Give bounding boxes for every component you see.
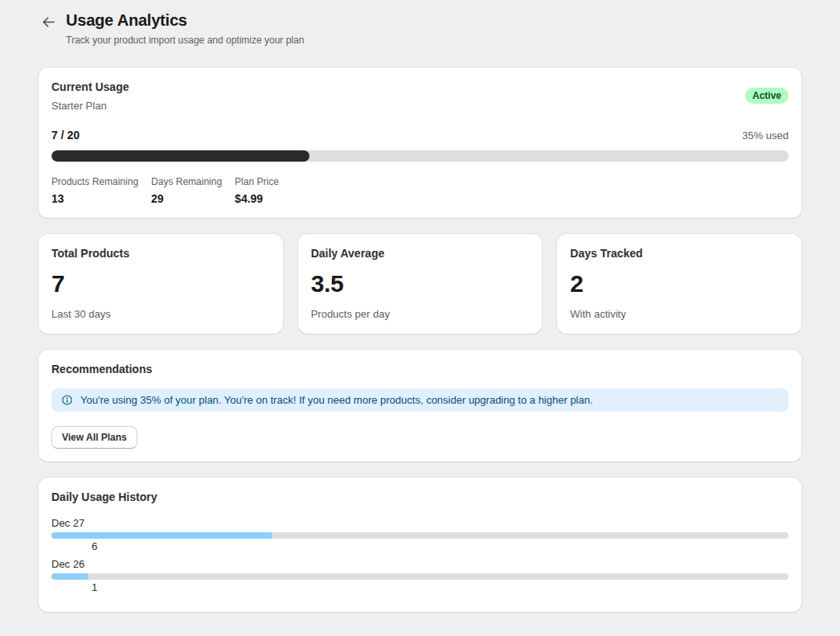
arrow-left-icon xyxy=(41,14,56,30)
percent-used-label: 35% used xyxy=(742,129,789,142)
stat-card-value: 7 xyxy=(51,270,270,297)
history-count: 1 xyxy=(51,581,789,593)
view-all-plans-button[interactable]: View All Plans xyxy=(51,426,137,449)
stat-card-value: 2 xyxy=(570,270,789,297)
history-count: 6 xyxy=(51,540,789,552)
recommendations-title: Recommendations xyxy=(51,363,789,375)
stat-label: Days Remaining xyxy=(151,176,222,187)
stat-card-daily-average: Daily Average 3.5 Products per day xyxy=(298,234,543,334)
stat-label: Plan Price xyxy=(235,176,279,187)
stat-card-caption: Products per day xyxy=(311,308,530,320)
page-title: Usage Analytics xyxy=(66,11,304,30)
status-badge: Active xyxy=(745,88,789,104)
stat-card-total-products: Total Products 7 Last 30 days xyxy=(39,234,283,334)
page-subtitle: Track your product import usage and opti… xyxy=(66,35,304,46)
stat-card-days-tracked: Days Tracked 2 With activity xyxy=(557,234,801,334)
back-button[interactable] xyxy=(39,12,58,31)
usage-history-title: Daily Usage History xyxy=(51,490,789,503)
usage-fraction: 7 / 20 xyxy=(51,129,80,142)
history-bar-fill xyxy=(51,573,88,580)
stat-label: Products Remaining xyxy=(51,176,138,187)
info-icon xyxy=(61,394,73,406)
stat-card-grid: Total Products 7 Last 30 days Daily Aver… xyxy=(39,234,801,334)
stat-card-caption: Last 30 days xyxy=(51,308,270,320)
stat-products-remaining: Products Remaining 13 xyxy=(51,176,138,205)
current-usage-stats: Products Remaining 13 Days Remaining 29 … xyxy=(51,176,789,205)
stat-card-title: Daily Average xyxy=(311,247,530,260)
history-bar xyxy=(51,532,789,539)
stat-card-value: 3.5 xyxy=(311,270,530,297)
history-date: Dec 27 xyxy=(51,517,789,529)
current-usage-title: Current Usage xyxy=(51,80,129,93)
history-row: Dec 26 1 xyxy=(51,558,789,593)
stat-value: 29 xyxy=(151,192,222,205)
stat-value: 13 xyxy=(51,192,138,205)
current-usage-card: Current Usage Starter Plan Active 7 / 20… xyxy=(39,68,801,218)
stat-plan-price: Plan Price $4.99 xyxy=(235,176,279,205)
info-banner-text: You're using 35% of your plan. You're on… xyxy=(80,394,593,406)
usage-progress-fill xyxy=(51,150,309,162)
usage-progress-bar xyxy=(51,150,789,162)
stat-days-remaining: Days Remaining 29 xyxy=(151,176,222,205)
history-date: Dec 26 xyxy=(51,558,789,570)
info-banner: You're using 35% of your plan. You're on… xyxy=(51,388,789,412)
usage-history-rows: Dec 27 6 Dec 26 1 xyxy=(51,517,789,593)
history-bar xyxy=(51,573,789,580)
recommendations-card: Recommendations You're using 35% of your… xyxy=(39,350,801,462)
stat-value: $4.99 xyxy=(235,192,279,205)
usage-analytics-page: Usage Analytics Track your product impor… xyxy=(0,0,840,636)
daily-usage-history-card: Daily Usage History Dec 27 6 Dec 26 1 xyxy=(39,478,801,612)
history-row: Dec 27 6 xyxy=(51,517,789,552)
history-bar-fill xyxy=(51,532,272,539)
stat-card-title: Total Products xyxy=(51,247,270,260)
stat-card-title: Days Tracked xyxy=(570,247,789,260)
plan-name: Starter Plan xyxy=(51,100,129,112)
page-header: Usage Analytics Track your product impor… xyxy=(39,11,801,46)
stat-card-caption: With activity xyxy=(570,308,789,320)
header-text: Usage Analytics Track your product impor… xyxy=(66,11,304,46)
